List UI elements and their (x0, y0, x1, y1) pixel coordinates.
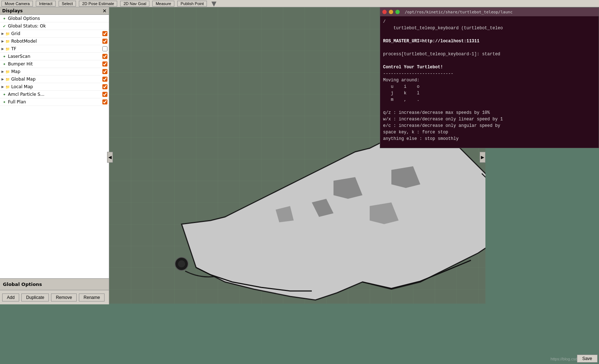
local-map-checkbox[interactable] (102, 84, 107, 89)
robot-model-label: RobotModel (11, 39, 101, 44)
save-area: Save (577, 355, 598, 363)
remove-button[interactable]: Remove (51, 294, 77, 301)
global-status-icon: ✔ (1, 23, 7, 29)
term-line-6 (383, 103, 596, 110)
robot-model-folder-icon: 📁 (5, 38, 10, 44)
amcl-label: Amcl Particle S... (8, 92, 101, 97)
right-collapse-arrow[interactable]: ▶ (480, 152, 485, 163)
displays-close-btn[interactable]: ✕ (102, 8, 107, 13)
term-line-process: process[turtlebot_teleop_keyboard-1]: st… (383, 51, 596, 57)
term-control-header: Control Your Turtlebot! (383, 64, 596, 70)
local-map-folder-icon: 📁 (5, 84, 10, 90)
left-panel: Displays ✕ ✦ Global Options ✔ Global Sta… (0, 7, 109, 278)
global-map-folder-icon: 📁 (5, 76, 10, 82)
term-wx: w/x : increase/decrease only linear spee… (383, 116, 596, 123)
term-keys-1: u i o (383, 83, 596, 90)
terminal-close-btn[interactable] (382, 10, 387, 14)
rename-button[interactable]: Rename (79, 294, 105, 301)
display-item-global-status[interactable]: ✔ Global Status: Ok (0, 22, 109, 30)
display-item-robot-model[interactable]: ▶ 📁 RobotModel (0, 38, 109, 45)
displays-header: Displays ✕ (0, 7, 109, 15)
full-plan-label: Full Plan (8, 99, 101, 104)
term-line-3 (383, 31, 596, 38)
term-qz: q/z : increase/decrease max speeds by 10… (383, 110, 596, 116)
display-item-map[interactable]: ▶ 📁 Map (0, 68, 109, 76)
term-line-7 (383, 142, 596, 148)
move-camera-btn[interactable]: Move Camera (1, 1, 33, 7)
robot-model-checkbox[interactable] (102, 39, 107, 44)
2d-pose-estimate-btn[interactable]: 2D Pose Estimate (79, 1, 117, 7)
robot-model-arrow-icon: ▶ (1, 39, 4, 43)
display-item-grid[interactable]: ▶ 📁 Grid (0, 30, 109, 38)
term-ec: e/c : increase/decrease only angular spe… (383, 123, 596, 129)
map-arrow-icon: ▶ (1, 70, 4, 73)
local-map-arrow-icon: ▶ (1, 85, 4, 89)
term-keys-3: m , . (383, 97, 596, 103)
publish-point-btn[interactable]: Publish Point (177, 1, 207, 7)
global-options-icon: ✦ (1, 16, 7, 21)
term-divider: --------------------------- (383, 70, 596, 77)
global-options-label: Global Options (8, 16, 107, 21)
terminal-maximize-btn[interactable] (395, 10, 400, 14)
more-btn[interactable]: ▼ (211, 0, 216, 7)
term-space: space key, k : force stop (383, 129, 596, 136)
select-btn[interactable]: Select (59, 1, 76, 7)
terminal-window[interactable]: /opt/ros/kinetic/share/turtlebot_teleop/… (380, 7, 599, 148)
laser-scan-checkbox[interactable] (102, 54, 107, 59)
bottom-buttons-bar: Add Duplicate Remove Rename (0, 290, 109, 304)
global-map-checkbox[interactable] (102, 77, 107, 82)
global-status-label: Global Status: Ok (8, 23, 107, 29)
bottom-status-label: Global Options (3, 282, 42, 287)
grid-arrow-icon: ▶ (1, 32, 4, 35)
map-label: Map (11, 69, 101, 74)
display-item-local-map[interactable]: ▶ 📁 Local Map (0, 83, 109, 91)
term-keys-2: j k l (383, 90, 596, 97)
add-button[interactable]: Add (2, 294, 19, 301)
local-map-label: Local Map (11, 84, 101, 89)
grid-folder-icon: 📁 (5, 31, 10, 37)
duplicate-button[interactable]: Duplicate (21, 294, 49, 301)
2d-nav-goal-btn[interactable]: 2D Nav Goal (120, 1, 149, 7)
full-plan-icon: ✦ (1, 99, 7, 105)
terminal-path: /opt/ros/kinetic/share/turtlebot_teleop/… (405, 10, 513, 14)
bumper-hit-checkbox[interactable] (102, 61, 107, 67)
left-collapse-arrow[interactable]: ◀ (107, 152, 113, 163)
terminal-titlebar: /opt/ros/kinetic/share/turtlebot_teleop/… (380, 8, 599, 16)
global-map-label: Global Map (11, 77, 101, 82)
terminal-body[interactable]: / turtlebot_teleop_keyboard (turtlebot_t… (380, 16, 599, 148)
term-anything: anything else : stop smoothly (383, 136, 596, 142)
save-button[interactable]: Save (577, 355, 598, 363)
full-plan-checkbox[interactable] (102, 99, 107, 104)
term-line-1: / (383, 18, 596, 25)
displays-list: ✦ Global Options ✔ Global Status: Ok ▶ 📁… (0, 15, 109, 278)
display-item-global-map[interactable]: ▶ 📁 Global Map (0, 76, 109, 83)
laser-scan-label: LaserScan (8, 54, 101, 59)
terminal-minimize-btn[interactable] (389, 10, 393, 14)
toolbar: Move Camera Interact Select 2D Pose Esti… (0, 0, 599, 7)
laser-scan-icon: ✦ (1, 53, 7, 59)
amcl-icon: ✦ (1, 91, 7, 97)
amcl-checkbox[interactable] (102, 92, 107, 97)
display-item-global-options[interactable]: ✦ Global Options (0, 15, 109, 22)
global-map-arrow-icon: ▶ (1, 77, 4, 81)
grid-checkbox[interactable] (102, 31, 107, 36)
term-moving: Moving around: (383, 77, 596, 83)
display-item-tf[interactable]: ▶ 📁 TF (0, 45, 109, 53)
map-folder-icon: 📁 (5, 69, 10, 74)
measure-btn[interactable]: Measure (152, 1, 174, 7)
display-item-laser-scan[interactable]: ✦ LaserScan (0, 53, 109, 60)
grid-label: Grid (11, 31, 101, 36)
interact-btn[interactable]: Interact (36, 1, 56, 7)
term-line-ros-master: ROS_MASTER_URI=http://localhost:11311 (383, 38, 596, 44)
displays-title: Displays (2, 8, 23, 13)
display-item-bumper-hit[interactable]: ✦ Bumper Hit (0, 60, 109, 68)
display-item-full-plan[interactable]: ✦ Full Plan (0, 98, 109, 106)
tf-arrow-icon: ▶ (1, 47, 4, 51)
svg-point-9 (178, 260, 185, 267)
map-checkbox[interactable] (102, 69, 107, 74)
term-line-2: turtlebot_teleop_keyboard (turtlebot_tel… (383, 25, 596, 31)
bumper-hit-icon: ✦ (1, 61, 7, 67)
tf-checkbox[interactable] (102, 46, 107, 51)
term-line-5 (383, 57, 596, 64)
display-item-amcl-particle[interactable]: ✦ Amcl Particle S... (0, 91, 109, 98)
